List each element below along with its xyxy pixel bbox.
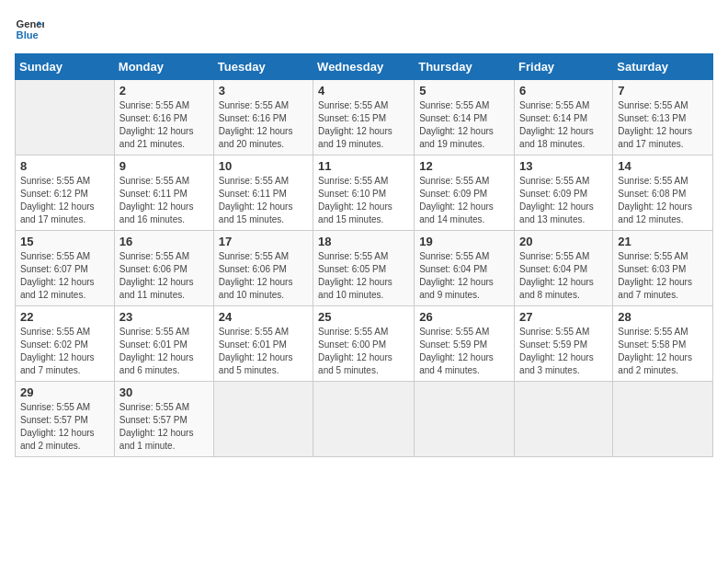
calendar-table: SundayMondayTuesdayWednesdayThursdayFrid…	[15, 53, 713, 457]
calendar-week-4: 22Sunrise: 5:55 AMSunset: 6:02 PMDayligh…	[16, 306, 713, 382]
calendar-week-2: 8Sunrise: 5:55 AMSunset: 6:12 PMDaylight…	[16, 155, 713, 231]
day-detail: Sunrise: 5:55 AMSunset: 6:16 PMDaylight:…	[119, 99, 209, 151]
calendar-cell: 14Sunrise: 5:55 AMSunset: 6:08 PMDayligh…	[613, 155, 713, 231]
day-detail: Sunrise: 5:55 AMSunset: 5:57 PMDaylight:…	[20, 401, 109, 453]
calendar-cell: 28Sunrise: 5:55 AMSunset: 5:58 PMDayligh…	[613, 306, 713, 382]
calendar-cell: 30Sunrise: 5:55 AMSunset: 5:57 PMDayligh…	[114, 382, 213, 457]
calendar-cell: 6Sunrise: 5:55 AMSunset: 6:14 PMDaylight…	[515, 80, 613, 155]
calendar-cell: 3Sunrise: 5:55 AMSunset: 6:16 PMDaylight…	[213, 80, 313, 155]
day-detail: Sunrise: 5:55 AMSunset: 6:01 PMDaylight:…	[219, 326, 308, 377]
calendar-cell: 29Sunrise: 5:55 AMSunset: 5:57 PMDayligh…	[16, 382, 115, 457]
calendar-cell: 15Sunrise: 5:55 AMSunset: 6:07 PMDayligh…	[16, 231, 115, 306]
day-number: 19	[419, 235, 509, 248]
page-header: General Blue	[15, 15, 713, 44]
day-number: 9	[119, 159, 209, 173]
day-header-sunday: Sunday	[16, 54, 115, 80]
calendar-cell: 2Sunrise: 5:55 AMSunset: 6:16 PMDaylight…	[114, 80, 213, 155]
day-detail: Sunrise: 5:55 AMSunset: 6:02 PMDaylight:…	[20, 326, 109, 377]
calendar-cell: 26Sunrise: 5:55 AMSunset: 5:59 PMDayligh…	[415, 306, 515, 382]
day-header-thursday: Thursday	[415, 54, 515, 80]
day-number: 30	[119, 385, 209, 399]
day-detail: Sunrise: 5:55 AMSunset: 5:58 PMDaylight:…	[618, 326, 708, 377]
calendar-cell: 23Sunrise: 5:55 AMSunset: 6:01 PMDayligh…	[114, 306, 213, 382]
day-detail: Sunrise: 5:55 AMSunset: 6:09 PMDaylight:…	[419, 175, 509, 226]
calendar-week-5: 29Sunrise: 5:55 AMSunset: 5:57 PMDayligh…	[16, 382, 713, 457]
day-number: 21	[618, 235, 708, 248]
day-detail: Sunrise: 5:55 AMSunset: 6:08 PMDaylight:…	[618, 175, 708, 226]
day-number: 17	[219, 235, 308, 248]
day-detail: Sunrise: 5:55 AMSunset: 5:59 PMDaylight:…	[519, 326, 608, 377]
calendar-week-1: 2Sunrise: 5:55 AMSunset: 6:16 PMDaylight…	[16, 80, 713, 155]
calendar-cell	[515, 382, 613, 457]
day-detail: Sunrise: 5:55 AMSunset: 6:16 PMDaylight:…	[219, 99, 308, 151]
calendar-cell: 21Sunrise: 5:55 AMSunset: 6:03 PMDayligh…	[613, 231, 713, 306]
day-detail: Sunrise: 5:55 AMSunset: 6:07 PMDaylight:…	[20, 250, 109, 302]
day-detail: Sunrise: 5:55 AMSunset: 5:57 PMDaylight:…	[119, 401, 209, 453]
day-detail: Sunrise: 5:55 AMSunset: 6:12 PMDaylight:…	[20, 175, 109, 226]
day-number: 7	[618, 84, 708, 98]
day-detail: Sunrise: 5:55 AMSunset: 6:11 PMDaylight:…	[219, 175, 308, 226]
day-number: 28	[618, 310, 708, 324]
day-detail: Sunrise: 5:55 AMSunset: 6:14 PMDaylight:…	[419, 99, 509, 151]
day-number: 24	[219, 310, 308, 324]
calendar-cell	[313, 382, 415, 457]
calendar-cell: 25Sunrise: 5:55 AMSunset: 6:00 PMDayligh…	[313, 306, 415, 382]
calendar-week-3: 15Sunrise: 5:55 AMSunset: 6:07 PMDayligh…	[16, 231, 713, 306]
day-detail: Sunrise: 5:55 AMSunset: 5:59 PMDaylight:…	[419, 326, 509, 377]
day-number: 4	[318, 84, 409, 98]
day-detail: Sunrise: 5:55 AMSunset: 6:13 PMDaylight:…	[618, 99, 708, 151]
day-number: 10	[219, 159, 308, 173]
calendar-cell	[213, 382, 313, 457]
day-header-friday: Friday	[515, 54, 613, 80]
day-detail: Sunrise: 5:55 AMSunset: 6:00 PMDaylight:…	[318, 326, 409, 377]
day-header-saturday: Saturday	[613, 54, 713, 80]
day-detail: Sunrise: 5:55 AMSunset: 6:14 PMDaylight:…	[519, 99, 608, 151]
calendar-body: 2Sunrise: 5:55 AMSunset: 6:16 PMDaylight…	[16, 80, 713, 457]
day-detail: Sunrise: 5:55 AMSunset: 6:06 PMDaylight:…	[119, 250, 209, 302]
calendar-cell: 18Sunrise: 5:55 AMSunset: 6:05 PMDayligh…	[313, 231, 415, 306]
day-header-monday: Monday	[114, 54, 213, 80]
day-detail: Sunrise: 5:55 AMSunset: 6:05 PMDaylight:…	[318, 250, 409, 302]
day-header-wednesday: Wednesday	[313, 54, 415, 80]
calendar-cell: 8Sunrise: 5:55 AMSunset: 6:12 PMDaylight…	[16, 155, 115, 231]
day-number: 6	[519, 84, 608, 98]
calendar-cell: 12Sunrise: 5:55 AMSunset: 6:09 PMDayligh…	[415, 155, 515, 231]
day-number: 12	[419, 159, 509, 173]
day-header-tuesday: Tuesday	[213, 54, 313, 80]
day-number: 15	[20, 235, 109, 248]
day-number: 18	[318, 235, 409, 248]
day-detail: Sunrise: 5:55 AMSunset: 6:04 PMDaylight:…	[419, 250, 509, 302]
calendar-cell: 9Sunrise: 5:55 AMSunset: 6:11 PMDaylight…	[114, 155, 213, 231]
day-detail: Sunrise: 5:55 AMSunset: 6:15 PMDaylight:…	[318, 99, 409, 151]
day-number: 20	[519, 235, 608, 248]
calendar-cell	[613, 382, 713, 457]
day-detail: Sunrise: 5:55 AMSunset: 6:03 PMDaylight:…	[618, 250, 708, 302]
day-number: 27	[519, 310, 608, 324]
calendar-cell: 24Sunrise: 5:55 AMSunset: 6:01 PMDayligh…	[213, 306, 313, 382]
day-detail: Sunrise: 5:55 AMSunset: 6:04 PMDaylight:…	[519, 250, 608, 302]
calendar-cell: 19Sunrise: 5:55 AMSunset: 6:04 PMDayligh…	[415, 231, 515, 306]
day-number: 5	[419, 84, 509, 98]
calendar-cell	[415, 382, 515, 457]
calendar-cell: 4Sunrise: 5:55 AMSunset: 6:15 PMDaylight…	[313, 80, 415, 155]
day-number: 29	[20, 385, 109, 399]
calendar-cell: 10Sunrise: 5:55 AMSunset: 6:11 PMDayligh…	[213, 155, 313, 231]
day-number: 3	[219, 84, 308, 98]
day-number: 13	[519, 159, 608, 173]
day-detail: Sunrise: 5:55 AMSunset: 6:09 PMDaylight:…	[519, 175, 608, 226]
calendar-cell: 20Sunrise: 5:55 AMSunset: 6:04 PMDayligh…	[515, 231, 613, 306]
logo-icon: General Blue	[15, 15, 44, 44]
svg-text:Blue: Blue	[17, 29, 39, 40]
day-number: 22	[20, 310, 109, 324]
calendar-cell: 7Sunrise: 5:55 AMSunset: 6:13 PMDaylight…	[613, 80, 713, 155]
calendar-cell	[16, 80, 115, 155]
calendar-cell: 22Sunrise: 5:55 AMSunset: 6:02 PMDayligh…	[16, 306, 115, 382]
calendar-cell: 13Sunrise: 5:55 AMSunset: 6:09 PMDayligh…	[515, 155, 613, 231]
day-number: 11	[318, 159, 409, 173]
day-number: 16	[119, 235, 209, 248]
calendar-cell: 27Sunrise: 5:55 AMSunset: 5:59 PMDayligh…	[515, 306, 613, 382]
calendar-cell: 17Sunrise: 5:55 AMSunset: 6:06 PMDayligh…	[213, 231, 313, 306]
day-number: 25	[318, 310, 409, 324]
day-number: 8	[20, 159, 109, 173]
day-detail: Sunrise: 5:55 AMSunset: 6:01 PMDaylight:…	[119, 326, 209, 377]
